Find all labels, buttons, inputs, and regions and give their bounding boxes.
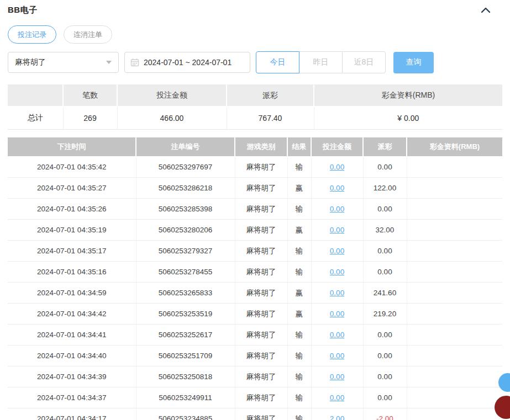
filter-bar: 麻将胡了 2024-07-01 ~ 2024-07-01 今日 昨日 近8日 查… xyxy=(8,51,502,73)
cell-bet-id: 5060253279327 xyxy=(136,241,235,262)
cell-bet-id: 5060253250818 xyxy=(136,366,235,387)
cell-result: 输 xyxy=(287,262,311,283)
cell-game-type: 麻将胡了 xyxy=(235,241,287,262)
cell-bonus xyxy=(407,157,502,178)
cell-bet-amount: 0.00 xyxy=(311,325,363,345)
summary-table: 笔数 投注金额 派彩 彩金资料(RMB) 总计 269 466.00 767.4… xyxy=(8,84,502,130)
bet-amount-link[interactable]: 2.00 xyxy=(330,414,344,420)
caret-down-icon xyxy=(106,61,112,64)
cell-bonus xyxy=(407,178,502,199)
bet-amount-link[interactable]: 0.00 xyxy=(330,373,344,381)
cell-game-type: 麻将胡了 xyxy=(235,178,287,199)
bet-amount-link[interactable]: 0.00 xyxy=(330,247,344,255)
summary-header-bet-amount: 投注金额 xyxy=(117,84,227,107)
table-header-row: 下注时间 注单编号 游戏类别 结果 投注金额 派彩 彩金资料(RMB) xyxy=(8,137,502,157)
col-header-bet-time: 下注时间 xyxy=(8,137,136,157)
cell-bet-amount: 0.00 xyxy=(311,366,363,387)
cell-bonus xyxy=(407,325,502,345)
cell-bet-time: 2024-07-01 04:35:16 xyxy=(8,262,136,283)
table-row: 2024-07-01 04:34:17 5060253234885 麻将胡了 输… xyxy=(8,408,502,420)
summary-total-count: 269 xyxy=(63,107,117,129)
cell-bet-id: 5060253234885 xyxy=(136,408,235,420)
bet-amount-link[interactable]: 0.00 xyxy=(330,226,344,234)
cell-game-type: 麻将胡了 xyxy=(235,408,287,420)
quick-range-last8days[interactable]: 近8日 xyxy=(342,51,386,73)
table-row: 2024-07-01 04:34:41 5060253252617 麻将胡了 输… xyxy=(8,325,502,345)
search-button[interactable]: 查询 xyxy=(393,52,434,73)
table-row: 2024-07-01 04:35:26 5060253285398 麻将胡了 输… xyxy=(8,199,502,220)
cell-result: 输 xyxy=(287,325,311,345)
cell-bet-time: 2024-07-01 04:34:41 xyxy=(8,325,136,345)
cell-payout: 122.00 xyxy=(363,178,407,199)
bet-amount-link[interactable]: 0.00 xyxy=(330,205,344,213)
cell-game-type: 麻将胡了 xyxy=(235,304,287,325)
cell-bet-id: 5060253297697 xyxy=(136,157,235,178)
bet-records-panel: BB电子 投注记录 连消注单 麻将胡了 xyxy=(0,0,510,420)
bet-amount-link[interactable]: 0.00 xyxy=(330,163,344,171)
cell-result: 输 xyxy=(287,199,311,220)
cell-bet-id: 5060253278455 xyxy=(136,262,235,283)
col-header-payout: 派彩 xyxy=(363,137,407,157)
cell-result: 输 xyxy=(287,345,311,366)
table-body: 2024-07-01 04:35:42 5060253297697 麻将胡了 输… xyxy=(8,157,502,420)
cell-bonus xyxy=(407,241,502,262)
bet-amount-link[interactable]: 0.00 xyxy=(330,394,344,402)
cell-payout: 0.00 xyxy=(363,241,407,262)
bet-amount-link[interactable]: 0.00 xyxy=(330,184,344,192)
cell-payout: 0.00 xyxy=(363,325,407,345)
summary-header-count: 笔数 xyxy=(63,84,117,107)
summary-total-bonus: ¥ 0.00 xyxy=(314,107,502,129)
cell-bet-id: 5060253249911 xyxy=(136,387,235,408)
summary-header-empty xyxy=(8,84,63,107)
bet-amount-link[interactable]: 0.00 xyxy=(330,352,344,360)
date-range-input[interactable]: 2024-07-01 ~ 2024-07-01 xyxy=(124,52,250,73)
bet-amount-link[interactable]: 0.00 xyxy=(330,268,344,276)
bet-records-table: 下注时间 注单编号 游戏类别 结果 投注金额 派彩 彩金资料(RMB) 2024… xyxy=(8,137,502,420)
table-row: 2024-07-01 04:34:39 5060253250818 麻将胡了 输… xyxy=(8,366,502,387)
cell-result: 输 xyxy=(287,387,311,408)
game-select[interactable]: 麻将胡了 xyxy=(8,52,119,73)
table-row: 2024-07-01 04:34:40 5060253251709 麻将胡了 输… xyxy=(8,345,502,366)
cell-result: 输 xyxy=(287,241,311,262)
cell-bonus xyxy=(407,304,502,325)
bet-amount-link[interactable]: 0.00 xyxy=(330,310,344,318)
cell-result: 赢 xyxy=(287,178,311,199)
cell-bet-id: 5060253280206 xyxy=(136,220,235,241)
summary-total-payout: 767.40 xyxy=(227,107,314,129)
table-row: 2024-07-01 04:35:17 5060253279327 麻将胡了 输… xyxy=(8,241,502,262)
bet-amount-link[interactable]: 0.00 xyxy=(330,289,344,297)
quick-range-yesterday[interactable]: 昨日 xyxy=(299,51,343,73)
cell-bet-time: 2024-07-01 04:34:37 xyxy=(8,387,136,408)
cell-result: 输 xyxy=(287,366,311,387)
cell-bet-id: 5060253251709 xyxy=(136,345,235,366)
cell-bet-amount: 0.00 xyxy=(311,241,363,262)
cell-bonus xyxy=(407,345,502,366)
cell-result: 赢 xyxy=(287,304,311,325)
collapse-button[interactable] xyxy=(481,7,490,13)
tab-cancelled-bets[interactable]: 连消注单 xyxy=(64,25,112,44)
cell-bet-amount: 2.00 xyxy=(311,408,363,420)
chevron-up-icon xyxy=(481,7,490,13)
summary-total-label: 总计 xyxy=(8,107,63,129)
cell-bet-time: 2024-07-01 04:34:42 xyxy=(8,304,136,325)
tab-bet-records[interactable]: 投注记录 xyxy=(8,25,56,44)
table-row: 2024-07-01 04:34:42 5060253253519 麻将胡了 赢… xyxy=(8,304,502,325)
game-select-value: 麻将胡了 xyxy=(15,57,46,67)
cell-payout: 0.00 xyxy=(363,199,407,220)
cell-bonus xyxy=(407,283,502,304)
tab-bar: 投注记录 连消注单 xyxy=(8,25,502,44)
table-row: 2024-07-01 04:35:16 5060253278455 麻将胡了 输… xyxy=(8,262,502,283)
cell-game-type: 麻将胡了 xyxy=(235,199,287,220)
cell-bonus xyxy=(407,408,502,420)
quick-range-today[interactable]: 今日 xyxy=(256,51,299,73)
col-header-bonus: 彩金资料(RMB) xyxy=(407,137,502,157)
cell-bet-id: 5060253286218 xyxy=(136,178,235,199)
col-header-bet-amount: 投注金额 xyxy=(311,137,363,157)
cell-bet-id: 5060253265833 xyxy=(136,283,235,304)
cell-payout: 32.00 xyxy=(363,220,407,241)
summary-header-row: 笔数 投注金额 派彩 彩金资料(RMB) xyxy=(8,84,502,107)
bet-amount-link[interactable]: 0.00 xyxy=(330,331,344,339)
cell-payout: 0.00 xyxy=(363,387,407,408)
cell-bet-id: 5060253253519 xyxy=(136,304,235,325)
summary-total-row: 总计 269 466.00 767.40 ¥ 0.00 xyxy=(8,107,502,129)
